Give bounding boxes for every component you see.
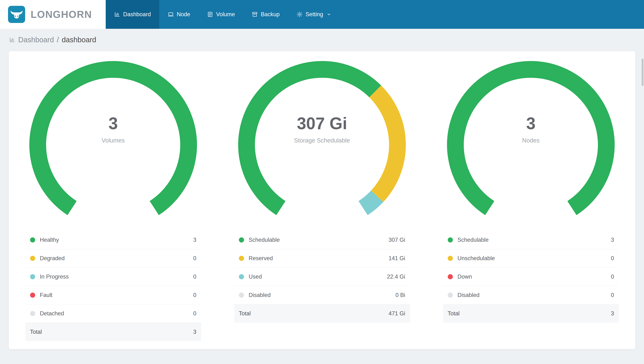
legend-dot xyxy=(30,292,35,298)
legend-label: Detached xyxy=(40,310,193,317)
breadcrumb-section[interactable]: Dashboard xyxy=(18,36,54,44)
legend-row: Used 22.4 Gi xyxy=(234,268,410,286)
legend-label: Schedulable xyxy=(458,237,611,243)
total-value: 471 Gi xyxy=(388,310,405,317)
legend-value: 3 xyxy=(611,237,614,243)
breadcrumb-current-page: dashboard xyxy=(62,36,96,44)
gauge-segment-healthy xyxy=(38,70,188,208)
node-icon xyxy=(168,11,174,18)
chevron-down-icon xyxy=(326,12,332,17)
legend-label: Disabled xyxy=(458,292,611,298)
backup-icon xyxy=(252,11,258,18)
total-label: Total xyxy=(30,329,193,335)
legend-value: 0 xyxy=(193,274,196,280)
legend-label: In Progress xyxy=(40,274,193,280)
legend-row: Down 0 xyxy=(443,268,619,286)
nav-label: Volume xyxy=(216,11,235,18)
dashboard-icon xyxy=(114,11,120,18)
legend-label: Used xyxy=(249,274,387,280)
gauge-segment-schedulable xyxy=(456,70,606,208)
legend-dot xyxy=(30,274,35,279)
volumes-panel: 3 Volumes Healthy 3 Degraded 0 In Progre… xyxy=(9,59,218,336)
nav-item-setting[interactable]: Setting xyxy=(288,0,340,29)
legend-value: 0 xyxy=(193,255,196,262)
legend-label: Disabled xyxy=(249,292,396,298)
legend-row: Schedulable 3 xyxy=(443,231,619,249)
nav-label: Dashboard xyxy=(123,11,151,18)
total-value: 3 xyxy=(611,310,614,317)
legend-dot xyxy=(239,238,244,242)
total-label: Total xyxy=(448,310,611,317)
legend-row: Disabled 0 xyxy=(443,286,619,304)
nav-label: Setting xyxy=(306,11,323,18)
legend-label: Down xyxy=(458,274,611,280)
legend-label: Degraded xyxy=(40,255,193,262)
volume-icon xyxy=(207,11,213,18)
volumes-gauge-chart xyxy=(28,59,199,230)
legend-dot xyxy=(239,292,244,298)
gauge-segment-reserved xyxy=(375,92,398,196)
legend-row: Healthy 3 xyxy=(25,231,201,249)
legend-value: 3 xyxy=(193,237,196,243)
setting-icon xyxy=(296,11,303,18)
storage-gauge: 307 Gi Storage Schedulable xyxy=(236,59,408,230)
legend-label: Fault xyxy=(40,292,193,298)
storage-panel: 307 Gi Storage Schedulable Schedulable 3… xyxy=(218,59,426,336)
legend-row: Detached 0 xyxy=(25,304,201,323)
gauge-segment-schedulable xyxy=(246,70,375,208)
legend-dot xyxy=(448,274,453,279)
nodes-gauge-chart xyxy=(445,59,616,230)
nodes-legend-table: Schedulable 3 Unschedulable 0 Down 0 Dis… xyxy=(443,231,619,323)
legend-label: Reserved xyxy=(249,255,389,262)
legend-value: 0 xyxy=(611,255,614,262)
longhorn-bull-icon xyxy=(8,6,25,23)
legend-row: Fault 0 xyxy=(25,286,201,304)
legend-row: In Progress 0 xyxy=(25,268,201,286)
legend-dot xyxy=(448,292,453,298)
storage-legend-table: Schedulable 307 Gi Reserved 141 Gi Used … xyxy=(234,231,410,323)
legend-dot xyxy=(239,256,244,261)
legend-value: 307 Gi xyxy=(388,237,405,243)
dashboard-icon xyxy=(9,37,15,43)
legend-dot xyxy=(448,238,453,242)
main-nav: Dashboard Node Volume Backup Settin xyxy=(106,0,644,29)
nav-item-dashboard[interactable]: Dashboard xyxy=(106,0,159,29)
nav-item-volume[interactable]: Volume xyxy=(199,0,243,29)
legend-value: 0 xyxy=(193,310,196,317)
vertical-scrollbar[interactable] xyxy=(642,59,644,86)
legend-label: Unschedulable xyxy=(458,255,611,262)
dashboard-card: 3 Volumes Healthy 3 Degraded 0 In Progre… xyxy=(9,51,635,349)
top-navbar: LONGHORN Dashboard Node Volume Backup xyxy=(0,0,644,29)
total-value: 3 xyxy=(193,329,196,335)
legend-value: 22.4 Gi xyxy=(387,274,405,280)
legend-dot xyxy=(30,256,35,261)
legend-dot xyxy=(448,256,453,261)
nav-label: Node xyxy=(177,11,190,18)
nav-label: Backup xyxy=(261,11,280,18)
total-label: Total xyxy=(239,310,389,317)
legend-row: Unschedulable 0 xyxy=(443,249,619,268)
gauge-segment-used xyxy=(363,196,377,208)
legend-value: 0 xyxy=(193,292,196,298)
legend-dot xyxy=(30,311,35,316)
brand-logo[interactable]: LONGHORN xyxy=(0,0,106,29)
legend-row: Degraded 0 xyxy=(25,249,201,268)
legend-dot xyxy=(30,238,35,242)
legend-total-row: Total 3 xyxy=(443,304,619,323)
legend-value: 0 xyxy=(611,292,614,298)
storage-gauge-chart xyxy=(236,59,408,230)
legend-value: 0 Bi xyxy=(396,292,405,298)
legend-row: Schedulable 307 Gi xyxy=(234,231,410,249)
legend-total-row: Total 471 Gi xyxy=(234,304,410,323)
nav-item-node[interactable]: Node xyxy=(159,0,199,29)
legend-row: Reserved 141 Gi xyxy=(234,249,410,268)
legend-row: Disabled 0 Bi xyxy=(234,286,410,304)
breadcrumb-separator: / xyxy=(57,36,59,44)
legend-label: Schedulable xyxy=(249,237,389,243)
legend-value: 0 xyxy=(611,274,614,280)
volumes-legend-table: Healthy 3 Degraded 0 In Progress 0 Fault… xyxy=(25,231,201,341)
legend-dot xyxy=(239,274,244,279)
volumes-gauge: 3 Volumes xyxy=(28,59,199,230)
legend-value: 141 Gi xyxy=(388,255,405,262)
nav-item-backup[interactable]: Backup xyxy=(243,0,288,29)
